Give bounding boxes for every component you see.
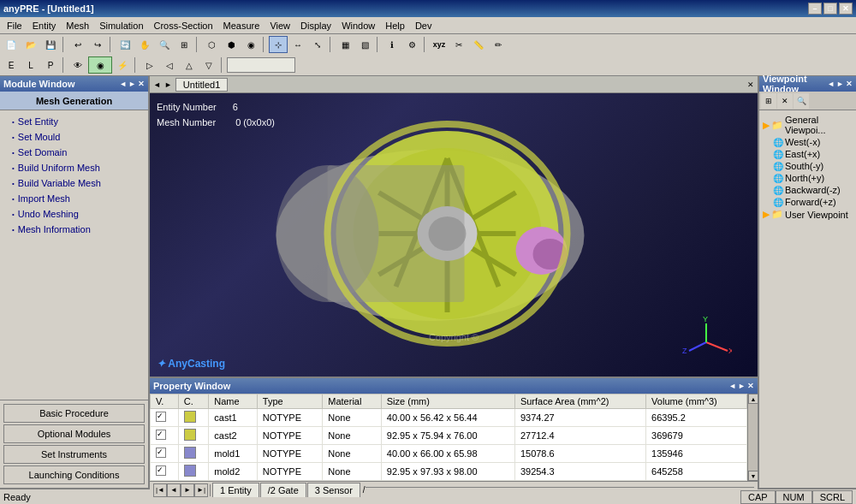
toolbar-redo[interactable]: ↪ xyxy=(88,36,107,53)
minimize-button[interactable]: – xyxy=(808,3,822,15)
close-button[interactable]: ✕ xyxy=(839,3,853,15)
visibility-check[interactable] xyxy=(156,412,166,422)
toolbar-undo[interactable]: ↩ xyxy=(68,36,87,53)
scrollbar-h-stub[interactable] xyxy=(366,487,754,497)
menu-cross-section[interactable]: Cross-Section xyxy=(149,19,218,33)
tab-next-btn[interactable]: ► xyxy=(181,483,194,497)
visibility-check[interactable] xyxy=(156,430,166,440)
tab-gate[interactable]: /2 Gate xyxy=(260,483,306,497)
tree-backward[interactable]: 🌐 Backward(-z) xyxy=(771,184,854,196)
tree-north[interactable]: 🌐 North(+y) xyxy=(771,172,854,184)
vp-nav-right[interactable]: ► xyxy=(836,80,844,88)
prop-pin[interactable]: ✕ xyxy=(747,382,754,390)
restore-button[interactable]: □ xyxy=(823,3,837,15)
table-row[interactable]: mold2 NOTYPE None 92.95 x 97.93 x 98.00 … xyxy=(151,463,747,481)
prop-nav-right[interactable]: ► xyxy=(738,382,746,390)
toolbar-rotate[interactable]: 🔄 xyxy=(116,36,134,53)
toolbar-solid[interactable]: ⬢ xyxy=(222,36,241,53)
toolbar-info[interactable]: ℹ xyxy=(383,36,401,53)
panel-nav-left[interactable]: ◄ xyxy=(119,80,127,88)
tab-prev-btn[interactable]: ◄ xyxy=(167,483,181,497)
menu-build-uniform-mesh[interactable]: Build Uniform Mesh xyxy=(0,160,148,175)
panel-nav-right[interactable]: ► xyxy=(128,80,136,88)
menu-build-variable-mesh[interactable]: Build Variable Mesh xyxy=(0,175,148,191)
toolbar-save[interactable]: 💾 xyxy=(41,36,60,53)
toolbar-extra1[interactable]: ▷ xyxy=(140,56,159,74)
toolbar-scale[interactable]: ⤡ xyxy=(308,36,327,53)
vp-pin[interactable]: ✕ xyxy=(846,80,853,88)
scroll-up-btn[interactable]: ▲ xyxy=(748,394,758,404)
menu-help[interactable]: Help xyxy=(380,19,410,33)
toolbar-extra4[interactable]: ▽ xyxy=(199,56,218,74)
toolbar-new[interactable]: 📄 xyxy=(2,36,21,53)
tab-first-btn[interactable]: |◄ xyxy=(153,483,167,497)
toolbar-layer-btn[interactable]: L xyxy=(21,56,40,74)
set-instruments-btn[interactable]: Set Instruments xyxy=(3,445,145,464)
viewport-pin[interactable]: ✕ xyxy=(747,80,754,89)
menu-import-mesh[interactable]: Import Mesh xyxy=(0,191,148,206)
menu-window[interactable]: Window xyxy=(336,19,380,33)
vp-tb-btn3[interactable]: 🔍 xyxy=(794,93,809,109)
scroll-down-btn[interactable]: ▼ xyxy=(748,471,758,481)
menu-file[interactable]: File xyxy=(2,19,27,33)
toolbar-bolt[interactable]: ⚡ xyxy=(113,56,132,74)
basic-procedure-btn[interactable]: Basic Procedure xyxy=(3,404,145,423)
vp-tb-btn2[interactable]: ✕ xyxy=(777,93,793,109)
tab-last-btn[interactable]: ►| xyxy=(194,483,208,497)
viewport-tab-label[interactable]: Untitled1 xyxy=(175,78,228,92)
toolbar-shaded[interactable]: ◉ xyxy=(241,36,260,53)
menu-set-domain[interactable]: Set Domain xyxy=(0,145,148,160)
optional-modules-btn[interactable]: Optional Modules xyxy=(3,424,145,443)
tree-west[interactable]: 🌐 West(-x) xyxy=(771,136,854,148)
toolbar-input-field[interactable] xyxy=(227,57,295,73)
toolbar-clip[interactable]: ✂ xyxy=(449,36,468,53)
toolbar-extra3[interactable]: △ xyxy=(180,56,199,74)
toolbar-zoom[interactable]: 🔍 xyxy=(155,36,174,53)
launching-conditions-btn[interactable]: Launching Conditions xyxy=(3,465,145,484)
visibility-check[interactable] xyxy=(156,448,166,458)
table-row[interactable]: cast2 NOTYPE None 92.95 x 75.94 x 76.00 … xyxy=(151,427,747,445)
prop-scrollbar-v[interactable]: ▲ ▼ xyxy=(747,394,758,481)
prop-nav-left[interactable]: ◄ xyxy=(728,382,736,390)
toolbar-mesh2[interactable]: ▧ xyxy=(355,36,374,53)
menu-display[interactable]: Display xyxy=(295,19,336,33)
tree-east[interactable]: 🌐 East(+x) xyxy=(771,148,854,160)
color-swatch[interactable] xyxy=(184,465,196,477)
toolbar-pan[interactable]: ✋ xyxy=(135,36,154,53)
toolbar-open[interactable]: 📂 xyxy=(21,36,40,53)
toolbar-fit[interactable]: ⊞ xyxy=(175,36,193,53)
tree-user-viewpoint[interactable]: ▶ 📁 User Viewpoint xyxy=(761,208,854,221)
tab-nav-right[interactable]: ► xyxy=(164,80,172,89)
tree-forward[interactable]: 🌐 Forward(+z) xyxy=(771,196,854,208)
tree-general-viewpoint[interactable]: ▶ 📁 General Viewpoi... xyxy=(761,114,854,136)
menu-simulation[interactable]: Simulation xyxy=(94,19,148,33)
menu-measure[interactable]: Measure xyxy=(218,19,265,33)
menu-set-entity[interactable]: Set Entity xyxy=(0,114,148,129)
tab-nav-left[interactable]: ◄ xyxy=(153,80,161,89)
toolbar-move[interactable]: ↔ xyxy=(288,36,307,53)
tab-entity[interactable]: 1 Entity xyxy=(212,483,259,497)
menu-mesh[interactable]: Mesh xyxy=(61,19,94,33)
tree-south[interactable]: 🌐 South(-y) xyxy=(771,160,854,172)
toolbar-prop-btn[interactable]: P xyxy=(41,56,60,74)
color-swatch[interactable] xyxy=(184,447,196,459)
toolbar-annotate[interactable]: ✏ xyxy=(489,36,508,53)
menu-set-mould[interactable]: Set Mould xyxy=(0,129,148,145)
menu-entity[interactable]: Entity xyxy=(27,19,62,33)
toolbar-light[interactable]: ◉ xyxy=(88,56,112,74)
toolbar-wireframe[interactable]: ⬡ xyxy=(202,36,221,53)
color-swatch[interactable] xyxy=(184,411,196,423)
vp-tb-btn1[interactable]: ⊞ xyxy=(761,93,776,109)
toolbar-eye[interactable]: 👁 xyxy=(68,56,87,74)
toolbar-select[interactable]: ⊹ xyxy=(269,36,288,53)
toolbar-axis-x[interactable]: xyz xyxy=(430,36,449,53)
menu-undo-meshing[interactable]: Undo Meshing xyxy=(0,206,148,222)
table-row[interactable]: cast1 NOTYPE None 40.00 x 56.42 x 56.44 … xyxy=(151,409,747,427)
panel-pin[interactable]: ✕ xyxy=(138,80,145,88)
tab-sensor[interactable]: 3 Sensor xyxy=(307,483,360,497)
scroll-thumb[interactable] xyxy=(748,404,758,471)
toolbar-mesh1[interactable]: ▦ xyxy=(336,36,354,53)
vp-nav-left[interactable]: ◄ xyxy=(827,80,835,88)
toolbar-measure-tool[interactable]: 📏 xyxy=(469,36,488,53)
menu-view[interactable]: View xyxy=(265,19,295,33)
